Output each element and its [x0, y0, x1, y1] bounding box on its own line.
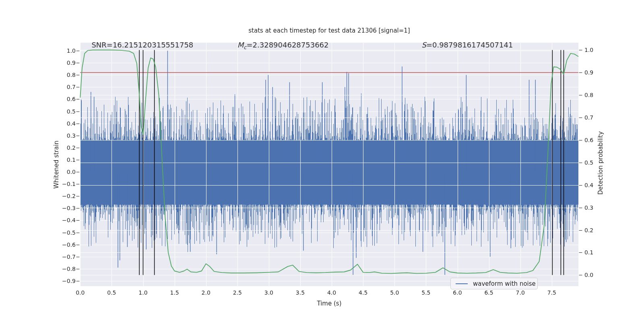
x-tick-label: 0.0 [69, 289, 91, 296]
y-right-tick-label: 0.9 [584, 69, 603, 76]
y-left-tick-label: −0.3 [57, 205, 76, 211]
x-tick-label: 7.0 [509, 289, 532, 296]
y-left-tick-label: 0.6 [57, 96, 76, 102]
y-right-tick-label: 0.3 [584, 204, 603, 211]
y-left-tick-label: 0.7 [57, 84, 76, 90]
y-left-tick-label: 0.9 [57, 60, 76, 66]
legend: waveform with noise [450, 278, 538, 289]
legend-waveform-line-icon [456, 283, 468, 284]
y-axis-right-label: Detection probability [597, 131, 604, 195]
x-tick-label: 4.0 [320, 289, 343, 296]
x-axis-label: Time (s) [80, 300, 578, 307]
x-tick-label: 0.5 [100, 289, 123, 296]
y-left-tick-label: 0.4 [57, 120, 76, 127]
x-tick-label: 5.5 [415, 289, 437, 296]
y-right-tick-label: 0.7 [584, 114, 603, 121]
y-left-tick-label: 0.8 [57, 72, 76, 78]
x-tick-label: 5.0 [383, 289, 406, 296]
x-tick-label: 7.5 [541, 289, 563, 296]
y-left-tick-label: −0.5 [57, 229, 76, 236]
figure: stats at each timestep for test data 213… [0, 0, 644, 322]
y-left-tick-label: 1.0 [57, 47, 76, 54]
y-right-tick-label: 0.1 [584, 249, 603, 256]
x-tick-label: 3.5 [289, 289, 312, 296]
y-right-tick-label: 0.0 [584, 272, 603, 278]
y-left-tick-label: −0.4 [57, 217, 76, 223]
y-right-tick-label: 0.2 [584, 227, 603, 233]
x-tick-label: 3.0 [258, 289, 280, 296]
x-tick-label: 1.0 [132, 289, 155, 296]
annotation-s-stat: S=0.9879816174507141 [421, 41, 513, 49]
y-axis-left-label: Whitened strain [53, 132, 60, 197]
figure-title: stats at each timestep for test data 213… [80, 27, 578, 34]
y-left-tick-label: −0.6 [57, 242, 76, 248]
x-tick-label: 2.0 [195, 289, 217, 296]
y-left-tick-label: 0.5 [57, 108, 76, 115]
x-tick-label: 2.5 [226, 289, 249, 296]
x-tick-label: 6.5 [478, 289, 500, 296]
y-right-tick-label: 0.8 [584, 92, 603, 98]
y-left-tick-label: −0.8 [57, 266, 76, 272]
x-tick-label: 1.5 [163, 289, 186, 296]
y-right-tick-label: 1.0 [584, 47, 603, 53]
annotation-snr: SNR=16.215120315551758 [91, 41, 193, 49]
y-left-tick-label: −0.9 [57, 278, 76, 284]
annotation-chirp-mass: Mc=2.328904628753662 [237, 41, 329, 50]
y-left-tick-label: −0.7 [57, 254, 76, 260]
x-tick-label: 6.0 [446, 289, 469, 296]
legend-label: waveform with noise [473, 280, 536, 287]
x-tick-label: 4.5 [352, 289, 374, 296]
